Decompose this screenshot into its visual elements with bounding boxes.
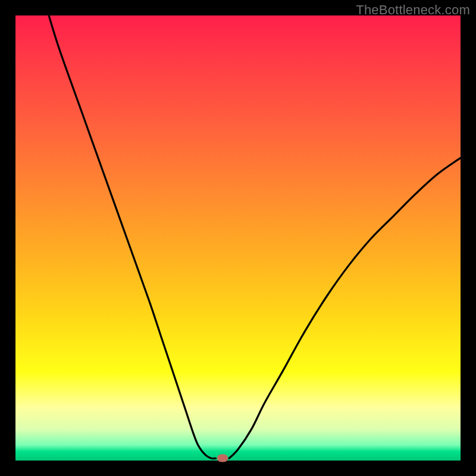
bottleneck-curve [15, 15, 461, 461]
plot-gradient-area [15, 15, 461, 461]
curve-right-branch [229, 158, 461, 458]
minimum-marker [217, 455, 228, 462]
curve-left-branch [49, 15, 216, 459]
chart-frame: TheBottleneck.com [0, 0, 476, 476]
